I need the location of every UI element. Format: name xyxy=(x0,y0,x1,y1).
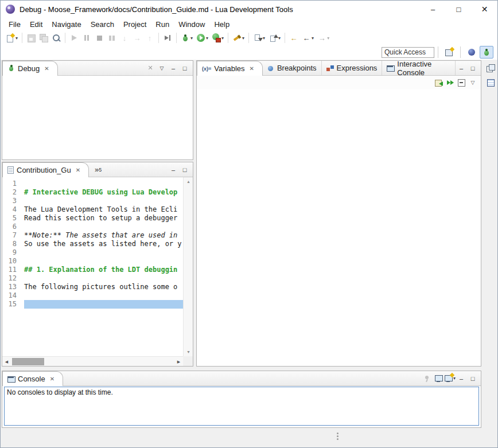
line-number[interactable]: 3 xyxy=(2,197,21,205)
code-line[interactable]: 10 xyxy=(2,257,183,266)
code-line[interactable]: 4The Lua Development Tools in the Ecli xyxy=(2,205,183,214)
dropdown-icon[interactable]: ▾ xyxy=(206,36,208,41)
dropdown-icon[interactable]: ▾ xyxy=(15,36,18,41)
trim-drag-handle[interactable] xyxy=(337,433,339,434)
resume-button[interactable] xyxy=(68,32,80,44)
line-number[interactable]: 12 xyxy=(2,274,21,283)
line-number[interactable]: 4 xyxy=(2,205,21,214)
line-number[interactable]: 13 xyxy=(2,283,21,291)
code-line[interactable]: 12 xyxy=(2,274,183,283)
forward-button[interactable]: →▾ xyxy=(316,32,330,44)
line-text[interactable]: ## 1. Explanation of the LDT debuggin xyxy=(21,266,177,274)
debug-button[interactable]: ▾ xyxy=(180,32,194,44)
tab-contribution-guide[interactable]: Contribution_Gu ✕ xyxy=(2,162,89,177)
minimize-view-icon[interactable]: – xyxy=(168,165,179,175)
dropdown-icon[interactable]: ▾ xyxy=(242,36,244,41)
use-step-filters-button[interactable] xyxy=(162,32,173,44)
back-button[interactable]: ←▾ xyxy=(301,32,315,44)
line-text[interactable]: The Lua Development Tools in the Ecli xyxy=(21,205,177,214)
close-icon[interactable]: ✕ xyxy=(76,167,80,173)
open-perspective-button[interactable] xyxy=(442,46,456,59)
close-icon[interactable]: ✕ xyxy=(44,65,49,72)
quick-access-input[interactable]: Quick Access xyxy=(382,47,434,58)
menu-file[interactable]: File xyxy=(4,19,25,30)
line-text[interactable] xyxy=(21,291,24,300)
line-number[interactable]: 9 xyxy=(2,248,21,257)
code-line[interactable]: 3 xyxy=(2,197,183,205)
save-button[interactable] xyxy=(25,32,37,44)
suspend-button[interactable] xyxy=(81,32,92,44)
display-selected-console-button[interactable] xyxy=(433,373,444,384)
code-line[interactable]: 1 xyxy=(2,180,183,188)
code-line[interactable]: 5Read this section to setup a debugger xyxy=(2,214,183,223)
hidden-editors-chevron[interactable]: » 5 xyxy=(89,162,107,177)
last-edit-location-button[interactable]: ← xyxy=(288,32,299,44)
code-line[interactable]: 8So use the assets as listed here, or y xyxy=(2,240,183,248)
line-number[interactable]: 11 xyxy=(2,266,21,274)
menu-window[interactable]: Window xyxy=(174,19,209,30)
maximize-view-icon[interactable]: □ xyxy=(467,373,478,384)
line-text[interactable]: **Note:** The assets that are used in xyxy=(21,231,177,240)
code-line[interactable]: 7**Note:** The assets that are used in xyxy=(2,231,183,240)
lua-perspective-button[interactable] xyxy=(465,46,478,59)
line-text[interactable]: The following pictures outline some o xyxy=(21,283,177,291)
minimize-view-icon[interactable]: – xyxy=(456,63,467,73)
line-number[interactable]: 14 xyxy=(2,291,21,300)
vertical-scrollbar[interactable]: ▲ ▼ xyxy=(183,177,193,356)
code-line[interactable]: 11## 1. Explanation of the LDT debuggin xyxy=(2,266,183,274)
code-area[interactable]: 1 2# Interactive DEBUG using Lua Develop… xyxy=(2,177,183,356)
menu-project[interactable]: Project xyxy=(119,19,151,30)
menu-run[interactable]: Run xyxy=(151,19,174,30)
line-number[interactable]: 8 xyxy=(2,240,21,248)
view-menu-icon[interactable]: ▽ xyxy=(467,77,478,88)
line-text[interactable] xyxy=(21,274,24,283)
code-line[interactable]: 13The following pictures outline some o xyxy=(2,283,183,291)
show-logical-structures-button[interactable] xyxy=(444,77,456,88)
run-button[interactable]: ▾ xyxy=(195,32,209,44)
line-number[interactable]: 2 xyxy=(2,188,21,197)
maximize-view-icon[interactable]: □ xyxy=(179,63,190,73)
line-text[interactable] xyxy=(21,223,24,231)
close-icon[interactable]: ✕ xyxy=(50,376,55,382)
scroll-left-icon[interactable]: ◀ xyxy=(2,357,11,367)
line-text[interactable]: # Interactive DEBUG using Lua Develop xyxy=(21,188,177,197)
minimize-view-icon[interactable]: – xyxy=(456,373,467,384)
open-console-button[interactable]: ▾ xyxy=(444,373,456,384)
open-search-dialog-button[interactable]: ▾ xyxy=(231,32,246,44)
line-number[interactable]: 10 xyxy=(2,257,21,266)
scrollbar-thumb[interactable] xyxy=(12,358,44,365)
title-bar[interactable]: Debug - Moose_Framework/docs/Contributio… xyxy=(1,1,497,18)
maximize-view-icon[interactable]: □ xyxy=(179,165,190,175)
line-text[interactable]: So use the assets as listed here, or y xyxy=(21,240,182,248)
tab-interactive-console[interactable]: Interactive Console xyxy=(382,61,456,75)
tab-variables[interactable]: (x)= Variables ✕ xyxy=(197,61,263,76)
external-tools-button[interactable]: ▾ xyxy=(211,32,225,44)
maximize-window-button[interactable]: □ xyxy=(446,1,472,18)
restore-views-button[interactable] xyxy=(484,62,497,75)
dropdown-icon[interactable]: ▾ xyxy=(190,36,193,41)
tab-expressions[interactable]: Expressions xyxy=(322,61,383,75)
code-line-current[interactable]: 15 xyxy=(2,300,183,309)
line-text[interactable] xyxy=(21,248,24,257)
collapse-all-button[interactable] xyxy=(456,77,467,88)
scroll-right-icon[interactable]: ▶ xyxy=(174,357,183,367)
save-all-button[interactable] xyxy=(38,32,49,44)
scroll-up-icon[interactable]: ▲ xyxy=(184,177,193,186)
line-number[interactable]: 6 xyxy=(2,223,21,231)
dropdown-icon[interactable]: ▾ xyxy=(312,36,314,41)
disconnect-button[interactable] xyxy=(106,32,118,44)
dropdown-icon[interactable]: ▾ xyxy=(263,36,265,41)
show-type-names-button[interactable] xyxy=(433,77,444,88)
step-into-button[interactable]: ↓ xyxy=(119,32,130,44)
code-line[interactable]: 14 xyxy=(2,291,183,300)
step-return-button[interactable]: ↑ xyxy=(144,32,155,44)
editor-content[interactable]: 1 2# Interactive DEBUG using Lua Develop… xyxy=(2,177,193,366)
search-button[interactable] xyxy=(50,32,62,44)
line-text[interactable] xyxy=(21,180,24,188)
code-line[interactable]: 2# Interactive DEBUG using Lua Develop xyxy=(2,188,183,197)
line-number[interactable]: 7 xyxy=(2,231,21,240)
dropdown-icon[interactable]: ▾ xyxy=(327,36,329,41)
horizontal-scrollbar[interactable]: ◀ ▶ xyxy=(2,356,183,366)
menu-search[interactable]: Search xyxy=(86,19,119,30)
next-annotation-button[interactable]: ▾ xyxy=(252,32,266,44)
